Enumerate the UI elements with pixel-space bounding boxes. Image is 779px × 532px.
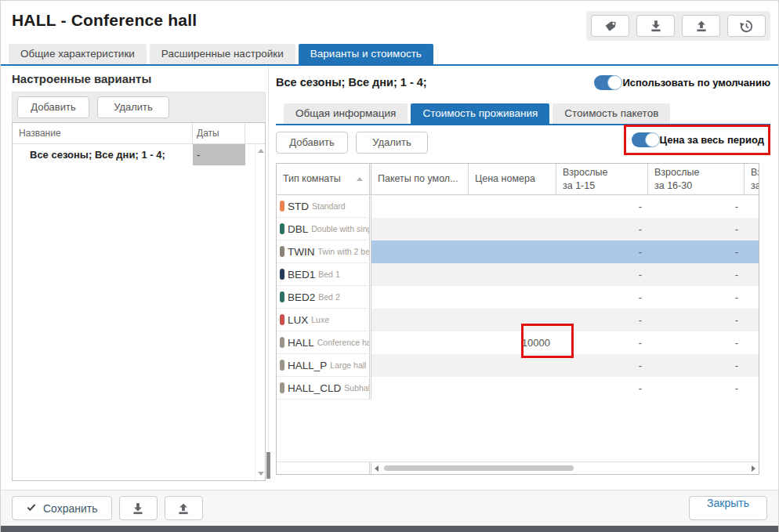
adults-16-30-cell[interactable]: - bbox=[648, 218, 745, 241]
variant-row[interactable]: Все сезоны; Все дни; 1 - 4; - bbox=[13, 144, 265, 165]
cost-delete-button[interactable]: Удалить bbox=[356, 132, 428, 154]
adults-1-15-cell[interactable]: - bbox=[556, 331, 648, 354]
default-packages-cell[interactable] bbox=[371, 218, 469, 241]
scroll-right-icon[interactable] bbox=[752, 465, 755, 472]
adults-1-15-cell[interactable]: - bbox=[556, 263, 648, 286]
column-header-room-type[interactable]: Тип комнаты bbox=[277, 164, 371, 194]
adults-16-30-cell[interactable]: - bbox=[648, 354, 745, 377]
adults-16-30-cell[interactable]: - bbox=[648, 241, 745, 263]
room-price-cell[interactable] bbox=[469, 354, 556, 377]
variants-vertical-scrollbar[interactable] bbox=[255, 145, 265, 480]
room-type-cell[interactable]: BED1 Bed 1 bbox=[277, 263, 371, 286]
room-type-cell[interactable]: HALL_P Large hall bbox=[277, 354, 371, 377]
period-toggle[interactable] bbox=[632, 132, 659, 147]
cost-add-button[interactable]: Добавить bbox=[276, 132, 348, 154]
use-default-toggle[interactable] bbox=[594, 75, 621, 90]
room-type-cell[interactable]: STD Standard bbox=[277, 195, 371, 218]
panel-splitter[interactable] bbox=[266, 66, 271, 490]
price-grid-row[interactable]: HALL_P Large hall - - bbox=[277, 354, 759, 377]
tab-general-characteristics[interactable]: Общие характеристики bbox=[9, 44, 147, 64]
room-price-cell[interactable] bbox=[469, 218, 556, 241]
adults-clipped-cell[interactable] bbox=[745, 377, 759, 400]
adults-1-15-cell[interactable]: - bbox=[556, 218, 648, 241]
room-type-cell[interactable]: LUX Luxe bbox=[277, 309, 371, 331]
column-header-adults-16-30[interactable]: Взрослые за 16-30 bbox=[648, 164, 745, 194]
adults-clipped-cell[interactable] bbox=[745, 218, 759, 241]
adults-1-15-cell[interactable]: - bbox=[556, 241, 648, 263]
variants-add-button[interactable]: Добавить bbox=[17, 96, 89, 118]
adults-clipped-cell[interactable] bbox=[745, 195, 759, 218]
default-packages-cell[interactable] bbox=[371, 195, 469, 218]
price-grid-row[interactable]: DBL Double with sing - - bbox=[277, 218, 759, 241]
room-price-cell[interactable] bbox=[469, 195, 556, 218]
variants-delete-button[interactable]: Удалить bbox=[97, 96, 169, 118]
default-packages-cell[interactable] bbox=[371, 241, 469, 263]
default-packages-cell[interactable] bbox=[371, 309, 469, 331]
adults-16-30-cell[interactable]: - bbox=[648, 309, 745, 331]
adults-clipped-cell[interactable] bbox=[745, 286, 759, 309]
room-type-cell[interactable]: HALL Conference hall bbox=[277, 331, 371, 354]
column-header-dates[interactable]: Даты bbox=[193, 123, 245, 143]
close-button[interactable]: Закрыть bbox=[689, 496, 767, 520]
tab-accommodation-cost[interactable]: Стоимость проживания bbox=[411, 103, 549, 124]
price-grid-row[interactable]: STD Standard - - bbox=[277, 195, 759, 218]
price-grid-row[interactable]: TWIN Twin with 2 bed - - bbox=[277, 241, 759, 263]
room-type-cell[interactable]: HALL_CLD Subhalls bbox=[277, 377, 371, 400]
column-header-adults-clipped[interactable]: Вз за bbox=[745, 164, 759, 194]
scroll-up-icon[interactable] bbox=[258, 149, 264, 153]
history-button[interactable] bbox=[727, 15, 766, 37]
adults-16-30-cell[interactable]: - bbox=[648, 331, 745, 354]
tag-button[interactable] bbox=[591, 15, 629, 37]
adults-1-15-cell[interactable]: - bbox=[556, 377, 648, 400]
adults-clipped-cell[interactable] bbox=[745, 263, 759, 286]
default-packages-cell[interactable] bbox=[371, 354, 469, 377]
scroll-left-icon[interactable] bbox=[375, 465, 379, 472]
footer-upload-button[interactable] bbox=[165, 496, 203, 520]
price-grid-row[interactable]: LUX Luxe - - bbox=[277, 309, 759, 331]
room-price-cell[interactable]: 10000 bbox=[469, 331, 556, 354]
adults-1-15-cell[interactable]: - bbox=[556, 286, 648, 309]
adults-16-30-cell[interactable]: - bbox=[648, 377, 745, 400]
horizontal-scrollbar[interactable] bbox=[371, 462, 759, 474]
download-button[interactable] bbox=[636, 15, 675, 37]
tab-advanced-settings[interactable]: Расширенные настройки bbox=[150, 44, 295, 64]
scrollbar-thumb[interactable] bbox=[384, 465, 574, 471]
default-packages-cell[interactable] bbox=[371, 377, 469, 400]
tab-general-info[interactable]: Общая информация bbox=[284, 103, 408, 124]
column-header-adults-1-15[interactable]: Взрослые за 1-15 bbox=[556, 164, 648, 194]
upload-button[interactable] bbox=[682, 15, 720, 37]
scroll-down-icon[interactable] bbox=[258, 472, 264, 476]
adults-16-30-cell[interactable]: - bbox=[648, 195, 745, 218]
room-price-cell[interactable] bbox=[469, 309, 556, 331]
room-price-cell[interactable] bbox=[469, 286, 556, 309]
column-header-room-price[interactable]: Цена номера bbox=[469, 164, 556, 194]
column-header-default-packages[interactable]: Пакеты по умол... bbox=[371, 164, 469, 194]
adults-clipped-cell[interactable] bbox=[745, 354, 759, 377]
adults-16-30-cell[interactable]: - bbox=[648, 286, 745, 309]
room-type-cell[interactable]: DBL Double with sing bbox=[277, 218, 371, 241]
adults-clipped-cell[interactable] bbox=[745, 331, 759, 354]
default-packages-cell[interactable] bbox=[371, 286, 469, 309]
footer-download-button[interactable] bbox=[119, 496, 158, 520]
default-packages-cell[interactable] bbox=[371, 263, 469, 286]
price-grid-row[interactable]: BED1 Bed 1 - - bbox=[277, 263, 759, 286]
default-packages-cell[interactable] bbox=[371, 331, 469, 354]
room-price-cell[interactable] bbox=[469, 263, 556, 286]
price-grid-row[interactable]: HALL_CLD Subhalls - - bbox=[277, 377, 759, 400]
price-grid-row[interactable]: BED2 Bed 2 - - bbox=[277, 286, 759, 309]
room-type-cell[interactable]: BED2 Bed 2 bbox=[277, 286, 371, 309]
tab-package-cost[interactable]: Стоимость пакетов bbox=[553, 103, 670, 124]
column-header-name[interactable]: Название bbox=[13, 123, 193, 143]
adults-1-15-cell[interactable]: - bbox=[556, 354, 648, 377]
adults-1-15-cell[interactable]: - bbox=[556, 309, 648, 331]
adults-1-15-cell[interactable]: - bbox=[556, 195, 648, 218]
adults-16-30-cell[interactable]: - bbox=[648, 263, 745, 286]
room-price-cell[interactable] bbox=[469, 241, 556, 263]
price-grid-row[interactable]: HALL Conference hall 10000 - - bbox=[277, 331, 759, 354]
adults-clipped-cell[interactable] bbox=[745, 309, 759, 331]
scrollbar-track[interactable] bbox=[382, 465, 748, 471]
room-price-cell[interactable] bbox=[469, 377, 556, 400]
save-button[interactable]: Сохранить bbox=[12, 496, 112, 520]
tab-variants-and-cost[interactable]: Варианты и стоимость bbox=[299, 44, 433, 64]
adults-clipped-cell[interactable] bbox=[745, 241, 759, 263]
